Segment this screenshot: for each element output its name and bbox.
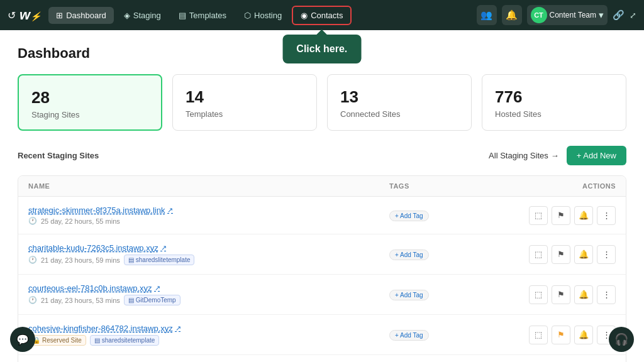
stat-card-templates[interactable]: 14 Templates	[172, 74, 317, 131]
login-btn-3[interactable]: ⬚	[529, 285, 548, 304]
external-link-icon: ↗	[155, 284, 160, 292]
table-header: NAME TAGS ACTIONS	[18, 176, 626, 197]
nav-item-staging[interactable]: ◈ Staging	[116, 7, 169, 24]
nav-right-area: 👥 🔔 CT Content Team ▾ 🔗 ⤢	[477, 5, 637, 25]
add-tag-label-1: + Add Tag	[395, 212, 423, 219]
notification-bell-btn[interactable]: 🔔	[502, 5, 522, 25]
nav-label-templates: Templates	[189, 11, 226, 20]
team-icon-btn[interactable]: 👥	[477, 5, 497, 25]
actions-cell-3: ⬚ ⚑ 🔔 ⋮	[515, 285, 616, 304]
more-btn-1[interactable]: ⋮	[597, 206, 616, 225]
link-icon[interactable]: 🔗	[613, 9, 625, 21]
people-icon: 👥	[480, 9, 492, 21]
bell-btn-1[interactable]: 🔔	[574, 206, 593, 225]
site-meta-1: 🕐 25 day, 22 hours, 55 mins	[28, 217, 389, 225]
shared-badge-2: ▤ sharedslitetemplate	[124, 255, 195, 265]
dashboard-icon: ⊞	[56, 11, 63, 20]
reserved-badge-4: 🔒 Reserved Site	[28, 335, 86, 346]
login-btn-2[interactable]: ⬚	[529, 245, 548, 264]
logo-area: ↺ w⚡	[8, 7, 41, 23]
tags-cell-1: + Add Tag	[389, 210, 515, 221]
chat-icon: 💬	[16, 334, 29, 346]
col-header-actions: ACTIONS	[515, 182, 616, 190]
stat-card-staging[interactable]: 28 Staging Sites	[18, 74, 162, 131]
bell-btn-4[interactable]: 🔔	[574, 326, 593, 344]
site-url-2: charitable-kudu-7263c5.instawp.xyz	[28, 243, 158, 253]
bell-btn-2[interactable]: 🔔	[574, 245, 593, 264]
flag-btn-3[interactable]: ⚑	[552, 285, 570, 304]
chat-bubble[interactable]: 💬	[10, 327, 35, 352]
flag-btn-1[interactable]: ⚑	[552, 206, 570, 225]
site-meta-4: 🔒 Reserved Site ▤ sharedsitetemplate	[28, 335, 389, 346]
add-new-button[interactable]: + Add New	[567, 146, 626, 165]
nav-label-hosting: Hosting	[254, 11, 282, 20]
actions-cell-1: ⬚ ⚑ 🔔 ⋮	[515, 206, 616, 225]
templates-icon: ▤	[179, 11, 186, 20]
site-age-2: 21 day, 23 hours, 59 mins	[41, 256, 120, 264]
nav-item-hosting[interactable]: ⬡ Hosting	[236, 7, 289, 24]
help-bubble[interactable]: 🎧	[609, 327, 634, 352]
login-icon: ⬚	[535, 250, 542, 259]
recent-section-title: Recent Staging Sites	[18, 151, 99, 160]
more-btn-2[interactable]: ⋮	[597, 245, 616, 264]
login-btn-4[interactable]: ⬚	[529, 326, 548, 344]
stat-number-templates: 14	[186, 87, 304, 107]
tags-cell-4: + Add Tag	[389, 329, 515, 341]
clock-icon: 🕐	[28, 256, 37, 264]
flag-btn-2[interactable]: ⚑	[552, 245, 570, 264]
tooltip-text: Click here.	[296, 43, 347, 54]
login-btn-1[interactable]: ⬚	[529, 206, 548, 225]
add-tag-label-3: + Add Tag	[395, 292, 423, 299]
clock-icon: 🕐	[28, 217, 37, 225]
bell-btn-3[interactable]: 🔔	[574, 285, 593, 304]
nav-item-contacts[interactable]: ◉ Contacts	[292, 6, 352, 25]
add-tag-btn-3[interactable]: + Add Tag	[389, 290, 429, 300]
site-name-2[interactable]: charitable-kudu-7263c5.instawp.xyz ↗	[28, 243, 389, 253]
flag-btn-4[interactable]: ⚑	[552, 326, 570, 344]
staging-sites-table: NAME TAGS ACTIONS strategic-skimmer-8f37…	[18, 175, 626, 362]
shared-badge-4: ▤ sharedsitetemplate	[90, 335, 160, 346]
more-btn-3[interactable]: ⋮	[597, 285, 616, 304]
bell-icon: 🔔	[506, 9, 518, 21]
table-row: bloggersite.instawp.co ↗	[18, 355, 626, 362]
bell-icon-4: 🔔	[579, 330, 589, 339]
top-navigation: ↺ w⚡ ⊞ Dashboard ◈ Staging ▤ Templates ⬡…	[0, 0, 644, 30]
site-name-1[interactable]: strategic-skimmer-8f375a.instawp.link ↗	[28, 206, 389, 215]
stat-card-hosted[interactable]: 776 Hosted Sites	[482, 74, 626, 131]
col-header-tags: TAGS	[389, 182, 515, 190]
template-icon: ▤	[128, 297, 134, 304]
site-name-4[interactable]: cohesive-kingfisher-864782.instawp.xyz ↗	[28, 324, 389, 333]
all-staging-sites-link[interactable]: All Staging Sites →	[489, 151, 559, 160]
menu-bars-btn[interactable]: CT Content Team ▾	[527, 5, 608, 25]
site-url-1: strategic-skimmer-8f375a.instawp.link	[28, 206, 165, 215]
table-row: strategic-skimmer-8f375a.instawp.link ↗ …	[18, 197, 626, 234]
add-tag-btn-4[interactable]: + Add Tag	[389, 330, 429, 341]
section-actions: All Staging Sites → + Add New	[489, 146, 626, 165]
site-age-1: 25 day, 22 hours, 55 mins	[41, 217, 120, 225]
flag-orange-icon: ⚑	[557, 330, 565, 339]
expand-icon[interactable]: ⤢	[630, 11, 636, 20]
bell-icon-1: 🔔	[579, 211, 589, 220]
add-tag-btn-2[interactable]: + Add Tag	[389, 250, 429, 260]
external-link-icon: ↗	[161, 244, 167, 252]
user-avatar: CT	[531, 7, 547, 23]
table-row: charitable-kudu-7263c5.instawp.xyz ↗ 🕐 2…	[18, 234, 626, 275]
stat-number-staging: 28	[31, 88, 148, 107]
reserved-text-4: Reserved Site	[42, 337, 82, 344]
headphone-icon: 🎧	[614, 332, 628, 346]
site-name-3[interactable]: courteous-eel-781c0b.instawp.xyz ↗	[28, 283, 389, 293]
nav-item-templates[interactable]: ▤ Templates	[171, 7, 234, 24]
add-tag-btn-1[interactable]: + Add Tag	[389, 211, 429, 221]
stat-card-connected[interactable]: 13 Connected Sites	[327, 74, 472, 131]
user-label: Content Team	[550, 11, 597, 19]
actions-cell-2: ⬚ ⚑ 🔔 ⋮	[515, 245, 616, 264]
refresh-icon[interactable]: ↺	[8, 9, 16, 21]
stat-label-hosted: Hosted Sites	[495, 109, 613, 119]
tags-cell-3: + Add Tag	[389, 289, 515, 300]
contacts-icon: ◉	[301, 11, 308, 20]
nav-label-dashboard: Dashboard	[66, 11, 106, 20]
flag-icon: ⚑	[557, 211, 565, 220]
stat-label-staging: Staging Sites	[31, 110, 148, 119]
nav-item-dashboard[interactable]: ⊞ Dashboard	[48, 7, 114, 24]
badge-text-3: GitDemoTemp	[136, 297, 176, 304]
